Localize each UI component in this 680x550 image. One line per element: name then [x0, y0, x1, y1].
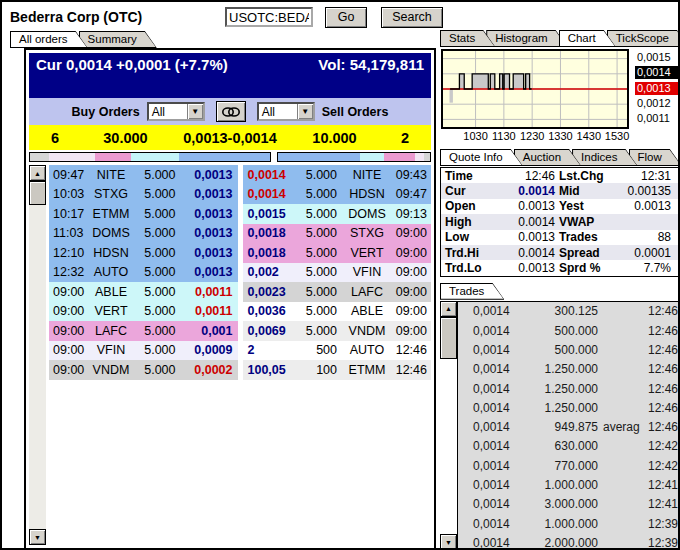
trade-row[interactable]: 0,00141.000.00012:41:55	[458, 475, 679, 494]
buy-filter-value: All	[149, 104, 187, 119]
tab-tickscope[interactable]: TickScope	[607, 30, 680, 47]
ask-order-row[interactable]: 0,00185.000STXG09:00	[243, 224, 432, 244]
trade-row[interactable]: 0,0014949.875averag12:46:09	[458, 418, 679, 437]
go-button[interactable]: Go	[325, 7, 367, 28]
bid-order-row[interactable]: 12:10HDSN5.0000,0013	[49, 243, 238, 263]
ask-order-row[interactable]: 0,00185.000VERT09:00	[243, 243, 432, 263]
tab-trades[interactable]: Trades	[440, 283, 504, 300]
trade-price: 0,0014	[458, 517, 516, 531]
current-price-text: Cur 0,0014 +0,0001 (+7.7%)	[36, 56, 228, 98]
ask-order-row[interactable]: 2500AUTO12:46	[243, 341, 432, 361]
trade-price: 0,0014	[458, 478, 516, 492]
order-time: 09:00	[49, 363, 86, 377]
trade-price: 0,0014	[458, 401, 516, 415]
quote-info-row: Time12:46Lst.Chg12:31	[441, 168, 679, 183]
bid-order-row[interactable]: 09:00VFIN5.0000,0009	[49, 341, 238, 361]
tab-chart[interactable]: Chart	[559, 30, 616, 47]
order-size: 500	[299, 343, 344, 357]
quote-label: Cur	[445, 184, 495, 198]
market-maker-id: STXG	[86, 187, 136, 201]
order-size: 5.000	[136, 246, 182, 260]
quote-label: Low	[445, 230, 495, 244]
bid-order-row[interactable]: 10:17ETMM5.0000,0013	[49, 204, 238, 224]
order-price: 0,0023	[243, 285, 299, 299]
scroll-down-button[interactable]: ▼	[440, 534, 457, 550]
trade-time: 12:41:55	[648, 478, 680, 492]
trades-scrollbar[interactable]: ▲▼	[440, 301, 457, 550]
market-maker-id: VNDM	[86, 363, 136, 377]
quote-info-row: Low0.0013Trades88	[441, 230, 679, 245]
scroll-track[interactable]	[29, 205, 46, 529]
bid-order-row[interactable]: 09:00VNDM5.0000,0002	[49, 360, 238, 380]
bid-order-row[interactable]: 09:00LAFC5.0000,001	[49, 321, 238, 341]
trade-row[interactable]: 0,00141.250.00012:46:25	[458, 379, 679, 398]
ask-order-row[interactable]: 0,00235.000LAFC09:00	[243, 282, 432, 302]
bid-order-row[interactable]: 09:47NITE5.0000,0013	[49, 165, 238, 185]
bid-order-row[interactable]: 11:03DOMS5.0000,0013	[49, 224, 238, 244]
order-time: 09:13	[391, 207, 431, 221]
order-price: 0,0014	[243, 168, 299, 182]
order-price: 0,0013	[182, 265, 238, 279]
order-size: 5.000	[299, 285, 344, 299]
quote-value: 0.0014	[495, 246, 559, 260]
buy-filter-select[interactable]: All ▼	[147, 102, 205, 121]
depth-bars	[29, 150, 431, 165]
quote-label: Mid	[559, 184, 621, 198]
trade-row[interactable]: 0,00141.000.00012:39:36	[458, 514, 679, 533]
trade-row[interactable]: 0,00143.000.00012:41:33	[458, 495, 679, 514]
chart-y-axis-labels: 0,00150,00140,00130,00120,0011	[633, 48, 680, 144]
ask-order-row[interactable]: 0,00365.000ABLE09:00	[243, 302, 432, 322]
ask-order-row[interactable]: 100,05100ETMM12:46	[243, 360, 432, 380]
ask-order-row[interactable]: 0,00155.000DOMS09:13	[243, 204, 432, 224]
scroll-up-button[interactable]: ▲	[29, 165, 46, 181]
chevron-down-icon[interactable]: ▼	[297, 104, 313, 119]
trade-row[interactable]: 0,00142.000.00012:39:27	[458, 533, 679, 550]
scroll-down-button[interactable]: ▼	[29, 529, 46, 545]
tab-stats[interactable]: Stats	[440, 30, 495, 47]
ask-order-row[interactable]: 0,0025.000VFIN09:00	[243, 263, 432, 283]
trade-row[interactable]: 0,0014500.00012:46:57	[458, 321, 679, 340]
market-maker-id: VFIN	[86, 343, 136, 357]
trade-row[interactable]: 0,00141.250.00012:46:13	[458, 398, 679, 417]
tab-label: Indices	[581, 151, 617, 163]
trade-price: 0,0014	[458, 382, 516, 396]
trade-size: 1.250.000	[516, 362, 598, 376]
bid-order-row[interactable]: 09:00ABLE5.0000,0011	[49, 282, 238, 302]
tab-summary[interactable]: Summary	[79, 31, 157, 48]
ticker-input[interactable]	[225, 7, 313, 27]
tab-quote-info[interactable]: Quote Info	[440, 149, 523, 166]
scroll-thumb[interactable]	[29, 181, 46, 205]
ask-order-row[interactable]: 0,00695.000VNDM09:00	[243, 321, 432, 341]
link-filters-button[interactable]	[216, 101, 246, 122]
tab-auction[interactable]: Auction	[514, 149, 581, 166]
tab-histogram[interactable]: Histogram	[486, 30, 567, 47]
ask-order-row[interactable]: 0,00145.000HDSN09:47	[243, 185, 432, 205]
scroll-track[interactable]	[440, 359, 457, 534]
bid-order-row[interactable]: 12:32AUTO5.0000,0013	[49, 263, 238, 283]
scroll-thumb[interactable]	[440, 317, 457, 359]
order-price: 0,0018	[243, 226, 299, 240]
trade-row[interactable]: 0,0014500.00012:46:53	[458, 340, 679, 359]
trade-row[interactable]: 0,0014630.00012:42:38	[458, 437, 679, 456]
arrow-up-icon: ▲	[34, 170, 41, 177]
orderbook-scrollbar[interactable]: ▲▼	[29, 165, 46, 545]
order-size: 5.000	[136, 343, 182, 357]
chart-plot-area	[441, 49, 629, 129]
ask-order-row[interactable]: 0,00145.000NITE09:43	[243, 165, 432, 185]
chevron-down-icon[interactable]: ▼	[187, 104, 203, 119]
trade-row[interactable]: 0,0014300.12512:46:57	[458, 302, 679, 321]
bid-order-row[interactable]: 10:03STXG5.0000,0013	[49, 185, 238, 205]
quote-info-row: Open0.0013Yest0.0013	[441, 199, 679, 214]
sell-filter-select[interactable]: All ▼	[257, 102, 315, 121]
scroll-up-button[interactable]: ▲	[440, 301, 457, 317]
tab-all-orders[interactable]: All orders	[10, 31, 88, 48]
orders-panel: Cur 0,0014 +0,0001 (+7.7%) Vol: 54,179,8…	[24, 48, 436, 550]
order-price: 0,0013	[182, 187, 238, 201]
tab-indices[interactable]: Indices	[572, 149, 637, 166]
search-button[interactable]: Search	[381, 7, 443, 28]
bid-order-row[interactable]: 09:00VERT5.0000,0011	[49, 302, 238, 322]
trade-row[interactable]: 0,00141.250.00012:46:29	[458, 360, 679, 379]
trade-row[interactable]: 0,0014770.00012:42:30	[458, 456, 679, 475]
order-size: 5.000	[136, 187, 182, 201]
order-time: 09:00	[391, 246, 431, 260]
